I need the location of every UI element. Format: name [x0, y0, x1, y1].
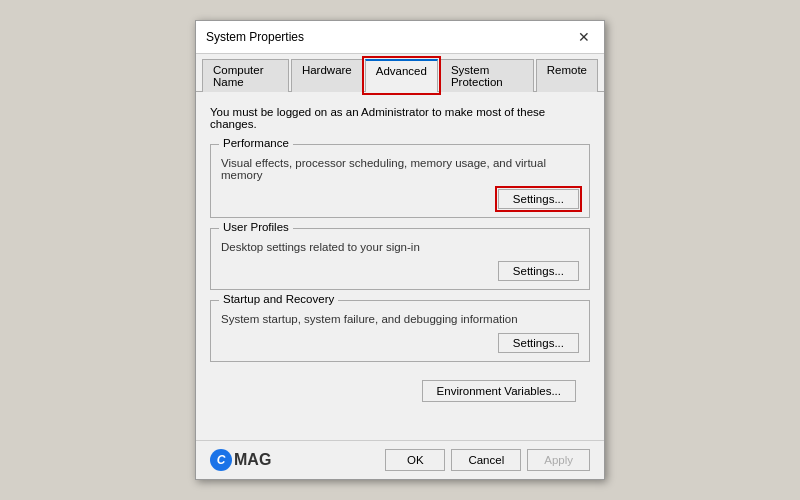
user-profiles-btn-row: Settings... — [221, 261, 579, 281]
user-profiles-description: Desktop settings related to your sign-in — [221, 241, 579, 253]
user-profiles-group-title: User Profiles — [219, 221, 293, 233]
footer-buttons: OK Cancel Apply — [385, 449, 590, 471]
logo-text: MAG — [234, 451, 271, 469]
apply-button[interactable]: Apply — [527, 449, 590, 471]
system-properties-dialog: System Properties ✕ Computer Name Hardwa… — [195, 20, 605, 480]
performance-group-title: Performance — [219, 137, 293, 149]
logo-icon: C — [210, 449, 232, 471]
dialog-title: System Properties — [206, 30, 304, 44]
performance-description: Visual effects, processor scheduling, me… — [221, 157, 579, 181]
user-profiles-group: User Profiles Desktop settings related t… — [210, 228, 590, 290]
tab-computer-name[interactable]: Computer Name — [202, 59, 289, 92]
title-bar: System Properties ✕ — [196, 21, 604, 54]
tab-system-protection[interactable]: System Protection — [440, 59, 534, 92]
tab-advanced[interactable]: Advanced — [365, 59, 438, 92]
logo: C MAG — [210, 449, 271, 471]
startup-recovery-group-title: Startup and Recovery — [219, 293, 338, 305]
environment-variables-button[interactable]: Environment Variables... — [422, 380, 576, 402]
cancel-button[interactable]: Cancel — [451, 449, 521, 471]
startup-recovery-description: System startup, system failure, and debu… — [221, 313, 579, 325]
footer: C MAG OK Cancel Apply — [196, 440, 604, 479]
admin-notice: You must be logged on as an Administrato… — [210, 102, 590, 134]
startup-recovery-settings-button[interactable]: Settings... — [498, 333, 579, 353]
close-button[interactable]: ✕ — [574, 27, 594, 47]
performance-group: Performance Visual effects, processor sc… — [210, 144, 590, 218]
tab-hardware[interactable]: Hardware — [291, 59, 363, 92]
user-profiles-settings-button[interactable]: Settings... — [498, 261, 579, 281]
env-variables-row: Environment Variables... — [210, 372, 590, 410]
ok-button[interactable]: OK — [385, 449, 445, 471]
tab-content: You must be logged on as an Administrato… — [196, 92, 604, 440]
startup-recovery-btn-row: Settings... — [221, 333, 579, 353]
performance-btn-row: Settings... — [221, 189, 579, 209]
tabs-bar: Computer Name Hardware Advanced System P… — [196, 54, 604, 92]
tab-remote[interactable]: Remote — [536, 59, 598, 92]
performance-settings-button[interactable]: Settings... — [498, 189, 579, 209]
startup-recovery-group: Startup and Recovery System startup, sys… — [210, 300, 590, 362]
